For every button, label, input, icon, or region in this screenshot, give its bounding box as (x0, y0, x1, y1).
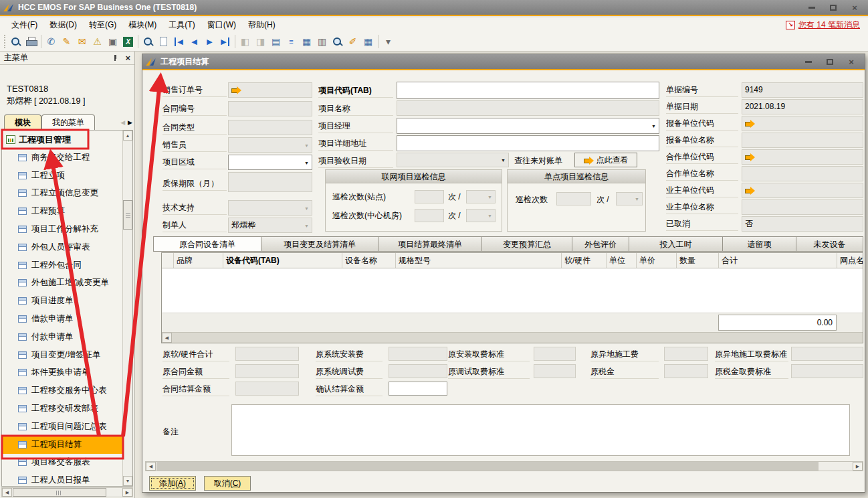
menu-item-modules[interactable]: 模块(M) (122, 17, 162, 32)
excel-export-icon[interactable]: X (120, 34, 136, 50)
project-code-input[interactable] (397, 82, 659, 99)
orig-tax-rate-field[interactable] (791, 364, 863, 378)
form-settings-icon[interactable]: ▤ (268, 34, 284, 50)
period-dropdown[interactable]: ▼ (616, 192, 643, 205)
link-arrow-icon[interactable] (745, 153, 755, 161)
new-messages-link[interactable]: 您有 14 笔新消息 (798, 19, 860, 31)
total-field[interactable]: 0.00 (718, 315, 837, 331)
table-horizontal-scrollbar[interactable]: ◀ (162, 332, 863, 343)
cancel-button[interactable]: 取消(C) (204, 476, 251, 491)
next-record-icon[interactable]: ▶ (202, 34, 217, 50)
tree-root-item[interactable]: 工程项目管理 (2, 131, 132, 149)
tree-item[interactable]: 工程立项信息变更 (2, 185, 132, 203)
mail-icon[interactable]: ✉ (74, 34, 90, 50)
tab-scroll-right-icon[interactable]: ▶ (128, 119, 132, 126)
dialog-maximize-icon[interactable] (825, 57, 835, 66)
contract-no-field[interactable] (228, 101, 312, 116)
tab-original-equipment-list[interactable]: 原合同设备清单 (153, 236, 261, 252)
scroll-right-icon[interactable]: ▶ (853, 462, 863, 471)
menu-item-window[interactable]: 窗口(W) (201, 17, 242, 32)
dialog-close-icon[interactable]: × (846, 57, 857, 66)
tab-my-menu[interactable]: 我的菜单 (41, 114, 95, 130)
scroll-left-icon[interactable]: ◀ (2, 488, 12, 497)
menu-item-tools[interactable]: 工具(T) (162, 17, 201, 32)
tree-vertical-scrollbar[interactable]: ▲ ▼ (122, 131, 132, 486)
owner-unit-name-field[interactable] (742, 199, 863, 215)
scroll-left-icon[interactable]: ◀ (146, 462, 156, 471)
project-region-dropdown[interactable]: ▼ (228, 155, 312, 170)
tree-item[interactable]: 借款申请单 (2, 310, 132, 328)
tab-work-hours[interactable]: 投入工时 (629, 236, 723, 252)
warning-icon[interactable]: ⚠ (90, 34, 105, 50)
tab-remaining-items[interactable]: 遗留项 (723, 236, 796, 252)
tree-item[interactable]: 外包施工增/减变更单 (2, 274, 132, 293)
tree-item[interactable]: 工程项目问题汇总表 (2, 418, 132, 436)
tree-item[interactable]: 项目进度单 (2, 292, 132, 310)
tab-change-budget-summary[interactable]: 变更预算汇总 (482, 236, 572, 252)
menu-item-help[interactable]: 帮助(H) (242, 17, 282, 32)
scroll-left-icon[interactable]: ◀ (162, 333, 172, 343)
new-message-icon[interactable]: ↘ (786, 21, 795, 29)
link-arrow-icon[interactable] (745, 120, 755, 127)
link-arrow-icon[interactable] (745, 187, 755, 194)
cancelled-field[interactable]: 否 (742, 216, 863, 232)
menu-item-data[interactable]: 数据(D) (43, 17, 83, 32)
first-record-icon[interactable]: ◀ (171, 34, 187, 50)
owner-unit-code-field[interactable] (742, 183, 863, 198)
scroll-up-icon[interactable]: ▲ (123, 131, 132, 141)
scroll-down-icon[interactable]: ▼ (123, 476, 132, 486)
partner-unit-name-field[interactable] (742, 166, 863, 181)
tab-outsourcing-evaluation[interactable]: 外包评价 (572, 236, 629, 252)
partner-unit-code-field[interactable] (742, 149, 863, 165)
find-icon[interactable] (140, 34, 156, 50)
matrix-icon[interactable]: ▦ (360, 34, 376, 50)
edit-document-icon[interactable]: ✎ (59, 34, 74, 50)
warranty-months-field[interactable] (228, 172, 312, 192)
orig-install-fee-field[interactable] (389, 347, 447, 361)
print-preview-icon[interactable] (8, 34, 23, 50)
sidebar-close-icon[interactable]: × (125, 53, 130, 63)
link-arrow-icon[interactable] (231, 86, 241, 94)
query-icon[interactable] (330, 34, 345, 50)
salesperson-dropdown[interactable]: ▼ (228, 137, 312, 153)
add-button[interactable]: 添加(A) (149, 476, 196, 491)
scrollbar-thumb[interactable] (123, 200, 132, 230)
table-body[interactable] (162, 268, 863, 313)
previous-record-icon[interactable]: ◀ (187, 34, 202, 50)
remarks-input[interactable] (231, 404, 850, 456)
tab-unshipped-equipment[interactable]: 未发设备 (796, 236, 863, 252)
project-name-field[interactable] (397, 100, 659, 116)
minimize-icon[interactable] (806, 3, 817, 12)
tree-item-selected[interactable]: 工程项目结算 (2, 436, 132, 454)
room-inspections-field[interactable] (415, 209, 444, 222)
tree-item[interactable]: 工程移交研发部表 (2, 400, 132, 418)
tab-modules[interactable]: 模块 (4, 114, 41, 130)
site-period-dropdown[interactable]: ▼ (466, 190, 496, 203)
room-period-dropdown[interactable]: ▼ (466, 209, 496, 222)
sales-order-field[interactable] (228, 82, 312, 98)
tree-item[interactable]: 工程人员日报单 (2, 471, 132, 487)
report-icon[interactable]: ▥ (314, 34, 330, 50)
orig-debug-rate-field[interactable] (534, 364, 576, 378)
project-address-input[interactable] (397, 135, 659, 151)
orig-debug-fee-field[interactable] (389, 364, 447, 378)
scrollbar-thumb[interactable] (156, 462, 819, 471)
menu-item-goto[interactable]: 转至(G) (83, 17, 122, 32)
new-document-icon[interactable] (156, 34, 171, 50)
paste-icon[interactable]: ▣ (105, 34, 120, 50)
scroll-right-icon[interactable]: ▶ (122, 488, 132, 497)
confirmed-settlement-input[interactable] (389, 382, 447, 396)
tree-item[interactable]: 工程预算 (2, 202, 132, 220)
orig-remote-fee-field[interactable] (664, 347, 708, 361)
contract-type-field[interactable] (228, 120, 312, 135)
pin-icon[interactable] (112, 55, 118, 61)
menu-item-file[interactable]: 文件(F) (5, 17, 43, 32)
orig-hw-sw-total-field[interactable] (235, 347, 299, 361)
orig-remote-rate-field[interactable] (791, 347, 863, 361)
tree-item[interactable]: 付款申请单 (2, 328, 132, 346)
tab-final-settlement-list[interactable]: 项目结算最终清单 (378, 236, 482, 252)
doc-number-field[interactable]: 9149 (742, 82, 863, 98)
dialog-minimize-icon[interactable] (803, 57, 814, 66)
forward-window-icon[interactable]: ◨ (253, 34, 268, 50)
tab-scroll-left-icon[interactable]: ◀ (120, 119, 125, 126)
